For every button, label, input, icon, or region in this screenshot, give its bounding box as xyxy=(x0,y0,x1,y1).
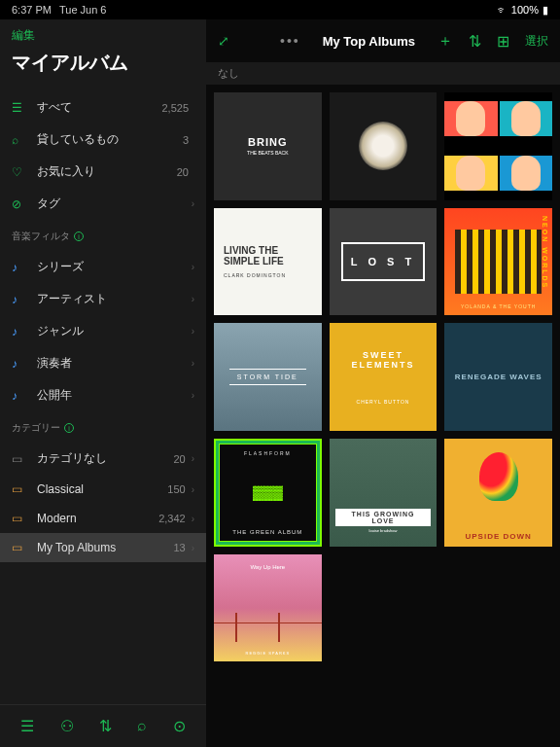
person-icon: ⌕ xyxy=(12,133,27,147)
info-icon[interactable]: i xyxy=(74,231,84,241)
select-button[interactable]: 選択 xyxy=(525,33,548,50)
page-title: My Top Albums xyxy=(312,34,426,49)
filter-year[interactable]: ♪公開年› xyxy=(0,379,206,411)
sort-label[interactable]: なし xyxy=(206,62,560,85)
album-item[interactable]: NEON WORLDSYOLANDA & THE YOUTH xyxy=(444,208,552,316)
album-item[interactable]: Way Up HereREGGIE SPARKS xyxy=(214,554,322,662)
category-none[interactable]: ▭カテゴリなし20› xyxy=(0,443,206,475)
battery-percent: 100% xyxy=(511,4,539,16)
list-icon[interactable]: ☰ xyxy=(20,717,34,735)
sidebar: 編集 マイアルバム ☰ すべて 2,525 ⌕ 貸しているもの 3 ♡ お気に入… xyxy=(0,19,206,747)
album-item[interactable]: L O S T xyxy=(330,208,438,316)
category-header: カテゴリー i xyxy=(0,415,206,439)
wifi-icon: ᯤ xyxy=(497,4,508,16)
album-item[interactable]: BRINGTHE BEATS BACK xyxy=(214,92,322,200)
category-my-top-albums[interactable]: ▭My Top Albums13› xyxy=(0,533,206,562)
chevron-right-icon: › xyxy=(192,198,194,209)
sidebar-item-all[interactable]: ☰ すべて 2,525 xyxy=(0,91,206,124)
note-icon: ♪ xyxy=(12,389,27,403)
folder-icon: ▭ xyxy=(12,452,27,466)
album-item[interactable]: UPSIDE DOWN xyxy=(444,439,552,547)
note-icon: ♪ xyxy=(12,261,27,274)
sidebar-item-lending[interactable]: ⌕ 貸しているもの 3 xyxy=(0,124,206,156)
album-item[interactable]: THIS GROWING LOVElouise bradshaw xyxy=(330,439,438,547)
status-date: Tue Jun 6 xyxy=(59,4,107,16)
note-icon: ♪ xyxy=(12,357,27,371)
more-icon[interactable]: ••• xyxy=(280,33,300,49)
album-art xyxy=(359,122,407,170)
album-item[interactable] xyxy=(330,92,438,200)
folder-icon: ▭ xyxy=(12,482,27,496)
album-item[interactable]: LIVING THE SIMPLE LIFECLARK DOMINGTON xyxy=(214,208,322,316)
play-icon[interactable]: ⊙ xyxy=(173,717,186,735)
sidebar-title: マイアルバム xyxy=(0,50,206,88)
album-grid: BRINGTHE BEATS BACK LIVING THE SIMPLE LI… xyxy=(206,85,560,747)
status-time: 6:37 PM xyxy=(12,4,52,16)
tag-icon: ⊘ xyxy=(12,197,27,211)
heart-icon: ♡ xyxy=(12,165,27,179)
grid-view-icon[interactable]: ⊞ xyxy=(497,32,509,51)
sidebar-item-favorites[interactable]: ♡ お気に入り 20 xyxy=(0,156,206,188)
filter-performer[interactable]: ♪演奏者› xyxy=(0,347,206,379)
filter-artist[interactable]: ♪アーティスト› xyxy=(0,283,206,315)
stack-icon: ☰ xyxy=(12,101,27,115)
sort-button[interactable]: ⇅ xyxy=(469,32,481,51)
album-item[interactable]: STORM TIDE xyxy=(214,323,322,431)
note-icon: ♪ xyxy=(12,325,27,338)
folder-icon: ▭ xyxy=(12,512,27,525)
main-panel: ⤢ ••• My Top Albums ＋ ⇅ ⊞ 選択 なし BRINGTHE… xyxy=(206,19,560,747)
filter-genre[interactable]: ♪ジャンル› xyxy=(0,315,206,347)
filter-icon[interactable]: ⇅ xyxy=(99,717,112,735)
top-bar: ⤢ ••• My Top Albums ＋ ⇅ ⊞ 選択 xyxy=(206,19,560,62)
filter-series[interactable]: ♪シリーズ› xyxy=(0,251,206,283)
album-item[interactable]: RENEGADE WAVES xyxy=(444,323,552,431)
profile-icon[interactable]: ⚇ xyxy=(60,717,74,735)
category-classical[interactable]: ▭Classical150› xyxy=(0,475,206,504)
edit-button[interactable]: 編集 xyxy=(12,28,35,42)
expand-icon[interactable]: ⤢ xyxy=(218,33,229,49)
bottom-toolbar: ☰ ⚇ ⇅ ⌕ ⊙ xyxy=(0,704,206,747)
album-item[interactable]: SWEET ELEMENTSCHERYL BUTTON xyxy=(330,323,438,431)
album-item[interactable]: FLASHFORM▓▓▓THE GREEN ALBUM xyxy=(214,439,322,547)
add-button[interactable]: ＋ xyxy=(438,31,453,52)
album-item[interactable] xyxy=(444,92,552,200)
status-bar: 6:37 PM Tue Jun 6 ᯤ 100% ▮ xyxy=(0,0,560,19)
filter-header: 音楽フィルタ i xyxy=(0,224,206,247)
note-icon: ♪ xyxy=(12,293,27,306)
sidebar-item-tags[interactable]: ⊘ タグ › xyxy=(0,188,206,220)
category-modern[interactable]: ▭Modern2,342› xyxy=(0,504,206,533)
info-icon[interactable]: i xyxy=(64,423,74,433)
search-icon[interactable]: ⌕ xyxy=(137,717,147,735)
battery-icon: ▮ xyxy=(542,4,548,17)
folder-icon: ▭ xyxy=(12,541,27,554)
